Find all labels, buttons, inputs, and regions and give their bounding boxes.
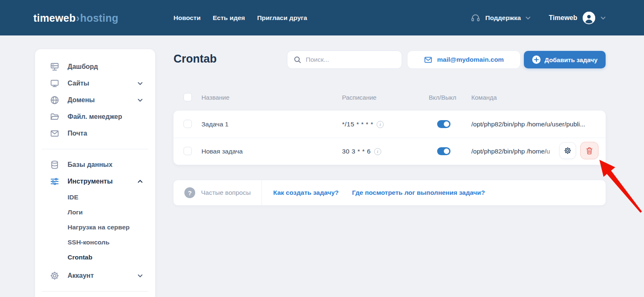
sidebar-item-sites[interactable]: Сайты	[35, 75, 155, 92]
chevron-up-icon	[137, 178, 143, 185]
faq-title-group: ? Частые вопросы	[184, 180, 251, 205]
timeweb-logo[interactable]: timeweb›hosting	[33, 12, 118, 24]
sidebar-item-crontab[interactable]: Crontab	[35, 250, 155, 265]
support-label: Поддержка	[485, 14, 521, 22]
chevron-down-icon	[137, 80, 143, 87]
search-box	[287, 50, 402, 69]
mail-button[interactable]: mail@mydomain.com	[407, 50, 521, 69]
chevron-down-icon	[525, 15, 531, 21]
nav-link-idea[interactable]: Есть идея	[213, 14, 245, 22]
sidebar-item-label: Почта	[68, 130, 87, 137]
nav-link-invite[interactable]: Пригласи друга	[257, 14, 307, 22]
logo-separator: ›	[75, 12, 80, 23]
page-title: Crontab	[174, 53, 217, 65]
faq-title: Частые вопросы	[201, 189, 251, 196]
task-enabled-toggle[interactable]	[437, 147, 450, 155]
task-schedule: 30 3 * * 6 i	[342, 148, 381, 155]
envelope-icon	[49, 128, 60, 138]
faq-card: ? Частые вопросы Как создать задачу? Где…	[174, 180, 606, 205]
sidebar-item-ide[interactable]: IDE	[35, 190, 155, 205]
database-icon	[49, 160, 60, 170]
info-icon[interactable]: i	[374, 148, 381, 155]
support-menu[interactable]: Поддержка	[470, 13, 531, 23]
logo-secondary-text: hosting	[80, 12, 118, 23]
schedule-text: 30 3 * * 6	[342, 148, 371, 155]
sidebar-item-databases[interactable]: Базы данных	[35, 156, 155, 173]
task-delete-button[interactable]	[580, 142, 599, 159]
search-icon	[294, 56, 302, 64]
mail-button-label: mail@mydomain.com	[437, 56, 504, 63]
sidebar-item-label: Базы данных	[68, 161, 113, 169]
server-icon	[49, 62, 60, 72]
plus-circle-icon	[532, 55, 541, 64]
table-row: Задача 1 */15 * * * * i /opt/php82/bin/p…	[174, 111, 606, 138]
sidebar-item-label: Дашборд	[68, 63, 98, 70]
sidebar-item-label: Файл. менеджер	[68, 113, 122, 121]
add-task-button[interactable]: Добавить задачу	[524, 51, 606, 68]
column-header-toggle: Вкл/Выкл	[429, 94, 456, 101]
search-input[interactable]	[306, 56, 395, 63]
account-label: Timeweb	[549, 14, 577, 22]
sidebar-item-dashboard[interactable]: Дашборд	[35, 58, 155, 75]
info-icon[interactable]: i	[377, 121, 384, 128]
toggle-knob	[444, 121, 449, 127]
task-command: /opt/php82/bin/php /home/u/user/publi...	[471, 121, 585, 128]
task-name: Новая задача	[201, 148, 243, 155]
navbar-right: Поддержка Timeweb	[470, 0, 606, 35]
envelope-icon	[424, 55, 433, 64]
chevron-down-icon	[137, 272, 143, 279]
monitor-icon	[49, 78, 60, 88]
sidebar-item-label: Аккаунт	[68, 272, 94, 279]
column-header-schedule: Расписание	[342, 94, 377, 101]
row-checkbox[interactable]	[184, 120, 192, 128]
sidebar-item-logs[interactable]: Логи	[35, 205, 155, 220]
sidebar-item-domains[interactable]: Домены	[35, 92, 155, 108]
sidebar-item-file-manager[interactable]: Файл. менеджер	[35, 108, 155, 125]
sidebar-subitem-label: Crontab	[68, 254, 92, 261]
faq-link-create-task[interactable]: Как создать задачу?	[273, 189, 339, 196]
account-menu[interactable]: Timeweb	[549, 12, 606, 24]
sidebar-subitem-label: SSH-консоль	[68, 239, 110, 246]
sidebar-item-label: Инструменты	[68, 178, 113, 185]
task-settings-button[interactable]	[559, 142, 576, 159]
sidebar: Дашборд Сайты Домены	[35, 49, 155, 297]
column-header-command: Команда	[471, 94, 497, 101]
avatar	[583, 12, 595, 24]
sidebar-item-label: Домены	[68, 96, 95, 104]
sidebar-subitem-label: IDE	[68, 194, 78, 201]
question-icon: ?	[184, 187, 195, 198]
row-checkbox[interactable]	[184, 147, 192, 155]
top-navbar: timeweb›hosting Новости Есть идея Пригла…	[0, 0, 644, 35]
task-command: /opt/php82/bin/php /home/u	[471, 148, 566, 155]
gear-icon	[49, 271, 60, 281]
task-schedule: */15 * * * * i	[342, 121, 384, 128]
vertical-divider	[262, 180, 262, 205]
gear-icon	[564, 146, 572, 155]
nav-link-news[interactable]: Новости	[174, 14, 201, 22]
sidebar-item-label: Сайты	[68, 80, 89, 87]
sliders-icon	[49, 176, 60, 186]
logo-primary-text: timeweb	[33, 12, 75, 23]
toggle-knob	[444, 148, 449, 154]
column-header-name: Название	[201, 94, 229, 101]
select-all-checkbox[interactable]	[184, 93, 192, 101]
sidebar-subitem-label: Логи	[68, 209, 83, 216]
sidebar-divider	[42, 149, 148, 149]
faq-link-view-log[interactable]: Где посмотреть лог выполнения задачи?	[352, 189, 485, 196]
crontab-table: Задача 1 */15 * * * * i /opt/php82/bin/p…	[174, 111, 606, 165]
chevron-down-icon	[137, 97, 143, 103]
sidebar-divider	[42, 291, 148, 292]
sidebar-item-tools[interactable]: Инструменты	[35, 173, 155, 190]
sidebar-item-mail[interactable]: Почта	[35, 125, 155, 142]
folder-icon	[49, 112, 60, 122]
task-enabled-toggle[interactable]	[437, 120, 450, 128]
navbar-links: Новости Есть идея Пригласи друга	[174, 0, 307, 35]
table-row: Новая задача 30 3 * * 6 i /opt/php82/bin…	[174, 138, 606, 165]
add-task-button-label: Добавить задачу	[545, 56, 598, 63]
sidebar-item-account[interactable]: Аккаунт	[35, 267, 155, 284]
sidebar-item-ssh-console[interactable]: SSH-консоль	[35, 235, 155, 250]
trash-icon	[586, 147, 593, 155]
sidebar-item-server-load[interactable]: Нагрузка на сервер	[35, 220, 155, 235]
headset-icon	[470, 13, 480, 23]
sidebar-subitem-label: Нагрузка на сервер	[68, 224, 130, 231]
